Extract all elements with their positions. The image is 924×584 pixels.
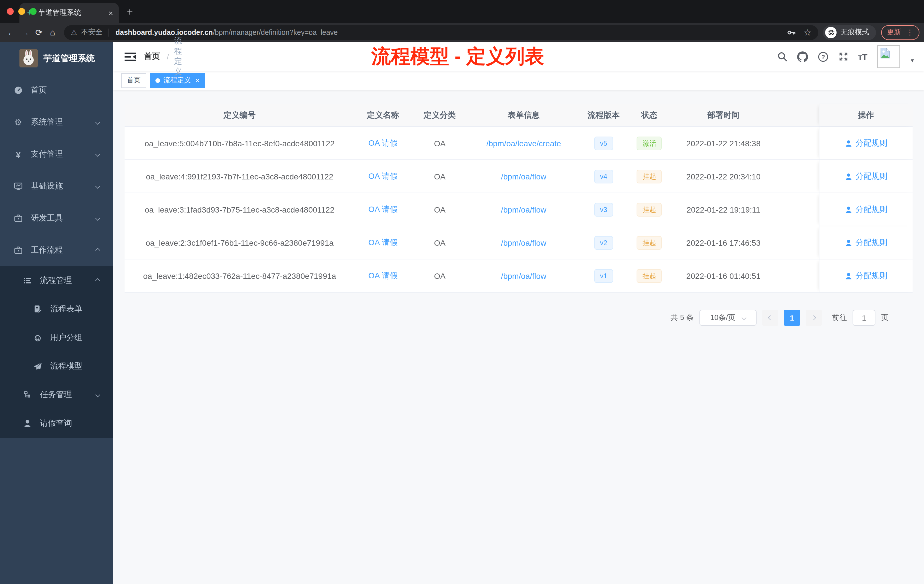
table-row: oa_leave:3:1fad3d93-7b75-11ec-a3c8-acde4… (125, 193, 912, 226)
version-badge: v2 (594, 236, 613, 249)
assign-rule-link[interactable]: 分配规则 (845, 271, 888, 281)
assign-rule-link[interactable]: 分配规则 (845, 238, 888, 248)
new-tab-button[interactable]: + (127, 6, 133, 18)
sidebar-item-task-management[interactable]: 任务管理 (0, 381, 113, 409)
goto-page-input[interactable] (853, 310, 875, 326)
col-form-info: 表单信息 (468, 104, 579, 126)
chevron-up-icon (96, 248, 100, 253)
window-close-button[interactable] (7, 8, 14, 15)
definition-id: oa_leave:3:1fad3d93-7b75-11ec-a3c8-acde4… (125, 193, 355, 226)
user-icon (23, 419, 32, 428)
sidebar-item-process-management[interactable]: 流程管理 (0, 266, 113, 295)
sidebar-item-process-form[interactable]: 流程表单 (0, 295, 113, 323)
form-info-link[interactable]: /bpm/oa/flow (501, 205, 546, 214)
app-title: 芋道管理系统 (43, 53, 95, 64)
font-size-icon[interactable]: тT (858, 52, 868, 61)
sidebar-item-label: 首页 (31, 85, 47, 96)
gear-icon: ⚙ (14, 118, 23, 127)
assign-rule-link[interactable]: 分配规则 (845, 171, 888, 181)
sidebar-item-dev-tools[interactable]: 研发工具 (0, 202, 113, 234)
form-info-link[interactable]: /bpm/oa/flow (501, 238, 546, 247)
sidebar-item-leave-query[interactable]: 请假查询 (0, 409, 113, 438)
definition-name-link[interactable]: OA 请假 (368, 171, 398, 181)
page-number-button[interactable]: 1 (784, 310, 800, 326)
breadcrumb-home[interactable]: 首页 (144, 51, 162, 62)
help-icon[interactable]: ? (817, 51, 828, 62)
form-info-link[interactable]: /bpm/oa/flow (501, 172, 546, 181)
update-menu-button[interactable]: 更新 ⋮ (881, 25, 919, 40)
url-host: dashboard.yudao.iocoder.cn (116, 28, 213, 36)
tag-home[interactable]: 首页 (121, 73, 146, 88)
definition-category: OA (411, 259, 468, 292)
sidebar-item-user-group[interactable]: 用户分组 (0, 323, 113, 352)
chevron-down-icon (96, 393, 100, 398)
definition-name-link[interactable]: OA 请假 (368, 271, 398, 281)
sidebar-item-label: 流程模型 (50, 361, 82, 371)
tab-close-icon[interactable]: × (109, 9, 113, 17)
sidebar-item-label: 系统管理 (31, 117, 63, 127)
not-secure-label[interactable]: 不安全 (81, 27, 102, 37)
top-navbar: 首页 / 流程定义 流程模型 - 定义列表 ? (113, 42, 924, 71)
sidebar-toggle-icon[interactable] (125, 52, 136, 61)
fullscreen-icon[interactable] (838, 51, 848, 62)
definition-name-link[interactable]: OA 请假 (368, 138, 398, 148)
key-icon[interactable] (787, 28, 796, 37)
version-badge: v3 (594, 203, 613, 216)
definition-id: oa_leave:4:991f2193-7b7f-11ec-a3c8-acde4… (125, 160, 355, 193)
prev-page-button[interactable] (762, 310, 778, 326)
window-minimize-button[interactable] (18, 8, 25, 15)
github-icon[interactable] (797, 51, 808, 62)
assign-rule-link[interactable]: 分配规则 (845, 138, 888, 148)
sidebar-item-payment[interactable]: ¥ 支付管理 (0, 138, 113, 170)
page-size-select[interactable]: 10条/页 (700, 310, 757, 326)
form-info-link[interactable]: /bpm/oa/flow (501, 271, 546, 280)
next-page-button[interactable] (806, 310, 822, 326)
browser-tabstrip: 芋道管理系统 × + (0, 0, 924, 23)
sidebar-item-label: 流程管理 (40, 276, 72, 286)
window-zoom-button[interactable] (30, 8, 36, 15)
definition-name-link[interactable]: OA 请假 (368, 204, 398, 214)
reload-icon[interactable]: ⟳ (32, 27, 46, 38)
tag-close-icon[interactable]: × (195, 76, 200, 84)
chevron-down-icon (96, 216, 100, 221)
page-unit-label: 页 (881, 313, 889, 323)
sidebar-item-label: 研发工具 (31, 213, 63, 223)
sidebar-item-process-model[interactable]: 流程模型 (0, 352, 113, 381)
col-actions: 操作 (819, 104, 912, 126)
breadcrumb: 首页 / 流程定义 (144, 36, 205, 77)
url-text[interactable]: dashboard.yudao.iocoder.cn/bpm/manager/d… (116, 28, 783, 36)
sidebar-item-workflow[interactable]: 工作流程 (0, 234, 113, 266)
table-row: oa_leave:4:991f2193-7b7f-11ec-a3c8-acde4… (125, 160, 912, 193)
paper-plane-icon (33, 362, 42, 371)
bookmark-star-icon[interactable]: ☆ (804, 27, 812, 38)
sidebar-item-label: 基础设施 (31, 181, 63, 191)
sidebar-item-infrastructure[interactable]: 基础设施 (0, 170, 113, 202)
forward-icon[interactable]: → (18, 27, 32, 37)
url-path: /bpm/manager/definition?key=oa_leave (213, 28, 338, 36)
sidebar-item-system[interactable]: ⚙ 系统管理 (0, 106, 113, 138)
assign-rule-link[interactable]: 分配规则 (845, 204, 888, 214)
status-badge: 挂起 (637, 236, 662, 249)
monitor-chart-icon (14, 182, 23, 191)
sidebar-item-home[interactable]: 首页 (0, 74, 113, 106)
caret-down-icon[interactable]: ▼ (910, 58, 915, 63)
sidebar-logo[interactable]: 芋道管理系统 (0, 42, 113, 74)
back-icon[interactable]: ← (5, 27, 18, 37)
definition-id: oa_leave:5:004b710b-7b8a-11ec-8ef0-acde4… (125, 127, 355, 159)
warning-icon: ⚠ (71, 28, 77, 36)
table-row: oa_leave:1:482ec033-762a-11ec-8477-a2380… (125, 259, 912, 292)
definition-name-link[interactable]: OA 请假 (368, 238, 398, 248)
browser-toolbar: ← → ⟳ ⌂ ⚠ 不安全 dashboard.yudao.iocoder.cn… (0, 23, 924, 42)
status-badge: 挂起 (637, 203, 662, 216)
search-icon[interactable] (777, 51, 787, 62)
form-info-link[interactable]: /bpm/oa/leave/create (486, 139, 561, 148)
briefcase-icon (14, 246, 23, 255)
table-row: oa_leave:5:004b710b-7b8a-11ec-8ef0-acde4… (125, 127, 912, 160)
avatar[interactable] (877, 45, 900, 68)
home-icon[interactable]: ⌂ (46, 27, 59, 37)
page-content: 定义编号 定义名称 定义分类 表单信息 流程版本 状态 部署时间 操作 oa_l… (113, 90, 924, 584)
chevron-left-icon (768, 315, 773, 320)
status-badge: 挂起 (637, 170, 662, 183)
sidebar-item-label: 用户分组 (50, 333, 82, 343)
deploy-time: 2022-01-16 17:46:53 (671, 226, 776, 259)
